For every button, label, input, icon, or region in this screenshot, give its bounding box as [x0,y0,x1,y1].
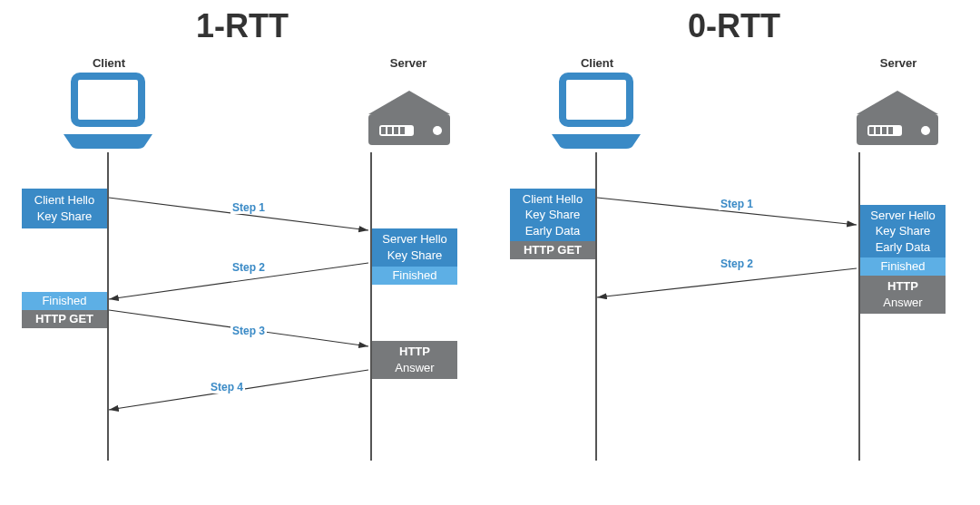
text-line: Client Hello [523,191,583,208]
msg-server-hello-left: Server Hello Key Share [372,228,457,267]
client-laptop-icon-right [546,71,646,154]
label-server-right: Server [844,56,953,70]
label-client-right: Client [543,56,652,70]
svg-point-15 [921,126,930,135]
svg-rect-4 [387,127,392,134]
text-line: Answer [395,360,434,376]
svg-rect-5 [394,127,398,134]
text-line: Key Share [525,207,581,223]
text-line: Key Share [37,209,93,225]
svg-line-21 [597,268,857,297]
svg-rect-12 [876,127,880,134]
svg-rect-8 [563,76,630,123]
title-1rtt: 1-RTT [196,7,289,45]
client-laptop-icon [58,71,158,154]
label-server-left: Server [354,56,463,70]
svg-point-7 [433,126,442,135]
text-line: Key Share [387,248,443,264]
label-step3-left: Step 3 [230,325,267,337]
text-line: Early Data [525,223,581,239]
text-line: Finished [880,258,925,275]
svg-rect-3 [381,127,386,134]
label-step1-left: Step 1 [230,201,267,214]
svg-rect-13 [882,127,887,134]
label-step4-left: Step 4 [209,381,245,393]
msg-server-hello-right: Server Hello Key Share Early Data [860,205,946,257]
text-line: Answer [883,295,922,311]
msg-client-finished-left: Finished [22,292,107,310]
svg-rect-11 [869,127,874,134]
msg-http-answer-left: HTTP Answer [372,341,457,379]
msg-http-answer-right: HTTP Answer [860,276,946,314]
svg-rect-6 [400,127,405,134]
svg-rect-14 [888,127,893,134]
text-line: Finished [392,267,436,284]
label-step2-left: Step 2 [230,261,267,274]
label-client-left: Client [54,56,163,70]
label-step2-right: Step 2 [719,257,755,270]
msg-client-hello-left: Client Hello Key Share [22,189,107,228]
text-line: Server Hello [870,208,936,224]
server-icon-right [848,87,947,154]
title-0rtt: 0-RTT [688,7,780,45]
text-line: Key Share [876,223,931,239]
text-line: Early Data [876,239,931,256]
text-line: HTTP [887,278,918,295]
label-step1-right: Step 1 [719,198,755,210]
lifeline-server-left [370,152,372,461]
text-line: HTTP GET [35,311,93,327]
text-line: Finished [42,293,86,309]
server-icon [359,87,459,154]
msg-server-finished-right: Finished [860,257,946,276]
msg-http-get-left: HTTP GET [22,310,107,328]
text-line: HTTP GET [524,242,582,258]
msg-client-hello-right: Client Hello Key Share Early Data [510,189,595,241]
arrow-step2-right [597,268,858,301]
svg-rect-0 [74,76,142,123]
text-line: Client Hello [34,192,94,209]
text-line: Server Hello [382,231,447,248]
msg-http-get-right: HTTP GET [510,241,595,259]
msg-server-finished-left: Finished [372,267,457,285]
text-line: HTTP [399,344,430,360]
